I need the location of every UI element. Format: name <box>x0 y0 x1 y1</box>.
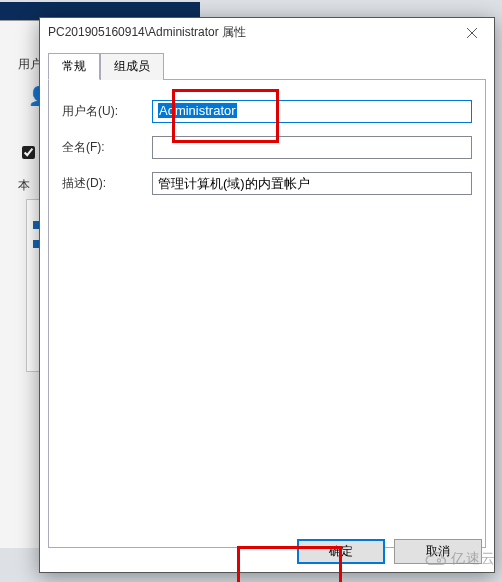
properties-dialog: PC201905160914\Administrator 属性 常规 组成员 用… <box>39 17 495 573</box>
row-username: 用户名(U): Administrator <box>62 100 472 123</box>
fullname-input[interactable] <box>152 136 472 159</box>
close-icon <box>467 28 477 38</box>
tab-panel-general: 用户名(U): Administrator 全名(F): 描述(D): <box>48 80 486 548</box>
tab-member-of[interactable]: 组成员 <box>100 53 164 80</box>
tab-strip: 常规 组成员 <box>48 52 486 80</box>
dialog-title: PC201905160914\Administrator 属性 <box>48 24 246 41</box>
watermark: 亿速云 <box>424 550 496 568</box>
close-button[interactable] <box>450 18 494 47</box>
tab-general[interactable]: 常规 <box>48 53 100 80</box>
username-selected-text: Administrator <box>158 103 237 118</box>
row-fullname: 全名(F): <box>62 136 472 159</box>
bg-local-label: 本 <box>18 177 30 194</box>
cloud-icon <box>424 550 448 568</box>
description-input[interactable] <box>152 172 472 195</box>
description-label: 描述(D): <box>62 175 152 192</box>
username-input[interactable]: Administrator <box>152 100 472 123</box>
fullname-label: 全名(F): <box>62 139 152 156</box>
bg-checkbox[interactable] <box>22 146 35 159</box>
username-label: 用户名(U): <box>62 103 152 120</box>
watermark-text: 亿速云 <box>451 550 496 568</box>
row-description: 描述(D): <box>62 172 472 195</box>
ok-button[interactable]: 确定 <box>297 539 385 564</box>
svg-point-2 <box>437 559 440 562</box>
titlebar: PC201905160914\Administrator 属性 <box>40 18 494 47</box>
dialog-body: 常规 组成员 用户名(U): Administrator 全名(F): 描述(D… <box>40 47 494 548</box>
